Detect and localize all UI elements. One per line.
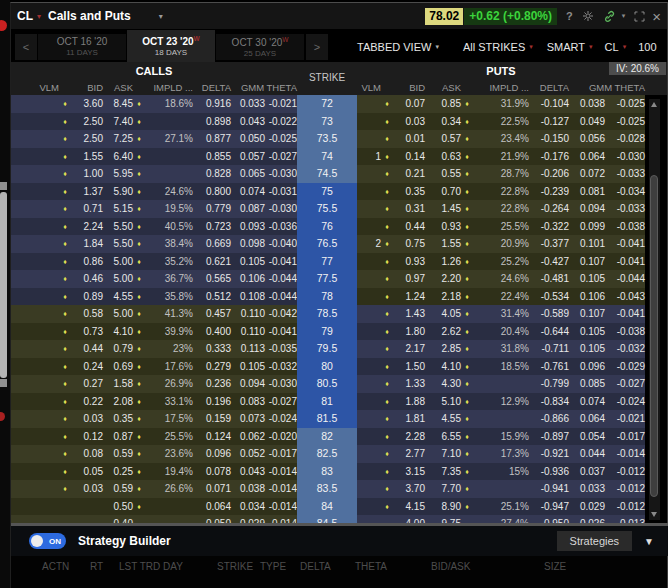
call-bid-cell[interactable]: 0.24	[71, 358, 103, 376]
call-bid-cell[interactable]: 2.50	[71, 113, 103, 131]
put-ask-cell[interactable]: 0.34	[425, 113, 461, 131]
put-ask-cell[interactable]: 0.85	[425, 95, 461, 113]
option-row[interactable]: ♦0.240.69♦17.6%0.2790.105-0.03280♦1.504.…	[11, 358, 667, 376]
strikes-filter-dropdown[interactable]: All STRIKES	[463, 41, 525, 53]
put-bid-cell[interactable]: 2.17	[393, 340, 425, 358]
put-ask-cell[interactable]: 7.10	[425, 445, 461, 463]
call-bid-cell[interactable]: 0.12	[71, 428, 103, 446]
put-bid-cell[interactable]: 0.14	[393, 148, 425, 166]
scroll-down-icon[interactable]	[651, 512, 657, 517]
put-bid-cell[interactable]: 0.07	[393, 95, 425, 113]
option-row[interactable]: ♦1.005.95♦0.8280.065-0.03074.5♦0.210.55♦…	[11, 165, 667, 183]
expiration-tab[interactable]: OCT 30 '20W25 DAYS	[216, 34, 304, 60]
default-quantity-field[interactable]: 100	[638, 41, 656, 53]
put-ask-cell[interactable]: 7.70	[425, 480, 461, 498]
put-ask-cell[interactable]: 1.55	[425, 235, 461, 253]
call-bid-cell[interactable]: 1.84	[71, 235, 103, 253]
put-ask-cell[interactable]: 2.18	[425, 288, 461, 306]
put-bid-cell[interactable]: 3.70	[393, 480, 425, 498]
prev-expirations-button[interactable]: <	[15, 34, 37, 60]
call-ask-cell[interactable]: 1.58	[103, 375, 133, 393]
option-row[interactable]: ♦2.507.40♦0.8980.043-0.02273♦0.030.34♦22…	[11, 113, 667, 131]
call-ask-cell[interactable]: 0.35	[103, 410, 133, 428]
option-row[interactable]: ♦2.507.25♦27.1%0.8770.050-0.02573.5♦0.01…	[11, 130, 667, 148]
exchange-dropdown[interactable]: CL	[605, 41, 619, 53]
call-bid-cell[interactable]	[71, 498, 103, 516]
option-row[interactable]: ♦3.608.45♦18.6%0.9160.033-0.02172♦0.070.…	[11, 95, 667, 113]
option-row[interactable]: ♦0.271.58♦26.9%0.2360.094-0.03080.5♦1.33…	[11, 375, 667, 393]
call-bid-cell[interactable]: 0.89	[71, 288, 103, 306]
call-ask-cell[interactable]: 7.40	[103, 113, 133, 131]
put-bid-cell[interactable]: 0.35	[393, 183, 425, 201]
put-bid-cell[interactable]: 0.01	[393, 130, 425, 148]
put-bid-cell[interactable]: 0.44	[393, 218, 425, 236]
option-row[interactable]: ♦0.440.79♦23%0.3330.113-0.03579.5♦2.172.…	[11, 340, 667, 358]
option-row[interactable]: ♦0.585.00♦41.3%0.4570.110-0.04278.5♦1.43…	[11, 305, 667, 323]
option-row[interactable]: ♦0.030.59♦26.6%0.0710.038-0.01483.5♦3.70…	[11, 480, 667, 498]
put-bid-cell[interactable]: 1.33	[393, 375, 425, 393]
call-bid-cell[interactable]: 1.37	[71, 183, 103, 201]
option-row[interactable]: ♦1.556.40♦0.8550.057-0.027741♦0.140.63♦2…	[11, 148, 667, 166]
option-row[interactable]: ♦0.222.08♦33.1%0.1960.083-0.02781♦1.885.…	[11, 393, 667, 411]
view-mode-dropdown[interactable]: TABBED VIEW	[357, 41, 431, 53]
call-ask-cell[interactable]: 4.55	[103, 288, 133, 306]
option-row[interactable]: ♦0.734.10♦39.9%0.4000.110-0.04179♦1.802.…	[11, 323, 667, 341]
call-bid-cell[interactable]: 0.22	[71, 393, 103, 411]
call-ask-cell[interactable]: 0.79	[103, 340, 133, 358]
link-icon[interactable]	[603, 10, 616, 23]
strategy-builder-toggle[interactable]: ON	[29, 533, 66, 549]
symbol-label[interactable]: CL	[17, 9, 33, 23]
routing-dropdown[interactable]: SMART	[547, 41, 585, 53]
option-row[interactable]: ♦0.465.00♦36.7%0.5650.106-0.04477.5♦0.97…	[11, 270, 667, 288]
option-row[interactable]: ♦1.375.90♦24.6%0.8000.074-0.03175♦0.350.…	[11, 183, 667, 201]
call-bid-cell[interactable]: 0.08	[71, 445, 103, 463]
view-mode-caret-icon[interactable]: ▾	[435, 43, 439, 51]
option-row[interactable]: 0.50♦0.0640.034-0.01484♦4.158.90♦25.1%-0…	[11, 498, 667, 516]
option-row[interactable]: ♦0.030.35♦17.5%0.1590.073-0.02481.5♦1.81…	[11, 410, 667, 428]
put-ask-cell[interactable]: 0.70	[425, 183, 461, 201]
put-ask-cell[interactable]: 0.93	[425, 218, 461, 236]
put-bid-cell[interactable]: 3.15	[393, 463, 425, 481]
call-ask-cell[interactable]: 5.15	[103, 200, 133, 218]
put-ask-cell[interactable]: 2.62	[425, 323, 461, 341]
option-row[interactable]: ♦2.245.50♦40.5%0.7230.093-0.03676♦0.440.…	[11, 218, 667, 236]
call-ask-cell[interactable]: 0.69	[103, 358, 133, 376]
put-ask-cell[interactable]: 4.30	[425, 375, 461, 393]
maximize-icon[interactable]	[634, 11, 645, 22]
call-ask-cell[interactable]: 5.50	[103, 235, 133, 253]
close-icon[interactable]: ×	[652, 8, 661, 25]
routing-caret-icon[interactable]: ▾	[589, 43, 593, 51]
call-ask-cell[interactable]: 0.50	[103, 498, 133, 516]
call-ask-cell[interactable]: 7.25	[103, 130, 133, 148]
put-bid-cell[interactable]: 0.21	[393, 165, 425, 183]
put-bid-cell[interactable]: 4.15	[393, 498, 425, 516]
strategies-button[interactable]: Strategies	[557, 531, 633, 551]
scrollbar-thumb[interactable]	[650, 175, 658, 497]
put-bid-cell[interactable]: 0.31	[393, 200, 425, 218]
put-bid-cell[interactable]: 1.88	[393, 393, 425, 411]
put-bid-cell[interactable]: 1.43	[393, 305, 425, 323]
put-bid-cell[interactable]: 1.24	[393, 288, 425, 306]
call-bid-cell[interactable]: 2.24	[71, 218, 103, 236]
scroll-up-icon[interactable]	[651, 102, 657, 107]
option-row[interactable]: ♦0.080.59♦23.6%0.0960.052-0.01782.5♦2.77…	[11, 445, 667, 463]
put-ask-cell[interactable]: 2.85	[425, 340, 461, 358]
call-ask-cell[interactable]: 8.45	[103, 95, 133, 113]
call-ask-cell[interactable]: 0.59	[103, 445, 133, 463]
call-ask-cell[interactable]: 5.00	[103, 253, 133, 271]
call-ask-cell[interactable]: 5.50	[103, 218, 133, 236]
put-ask-cell[interactable]: 8.90	[425, 498, 461, 516]
call-bid-cell[interactable]	[71, 515, 103, 523]
call-bid-cell[interactable]: 0.73	[71, 323, 103, 341]
option-row[interactable]: ♦0.894.55♦35.8%0.5120.108-0.04478♦1.242.…	[11, 288, 667, 306]
call-bid-cell[interactable]: 2.50	[71, 130, 103, 148]
call-ask-cell[interactable]: 6.40	[103, 148, 133, 166]
call-ask-cell[interactable]: 0.87	[103, 428, 133, 446]
put-ask-cell[interactable]: 4.05	[425, 305, 461, 323]
exchange-caret-icon[interactable]: ▾	[623, 43, 627, 51]
call-bid-cell[interactable]: 0.05	[71, 463, 103, 481]
option-row[interactable]: ♦0.715.15♦19.5%0.7790.087-0.03075.5♦0.31…	[11, 200, 667, 218]
call-ask-cell[interactable]: 0.25	[103, 463, 133, 481]
call-ask-cell[interactable]: 2.08	[103, 393, 133, 411]
expiration-tab[interactable]: OCT 23 '20W18 DAYS	[127, 30, 215, 62]
